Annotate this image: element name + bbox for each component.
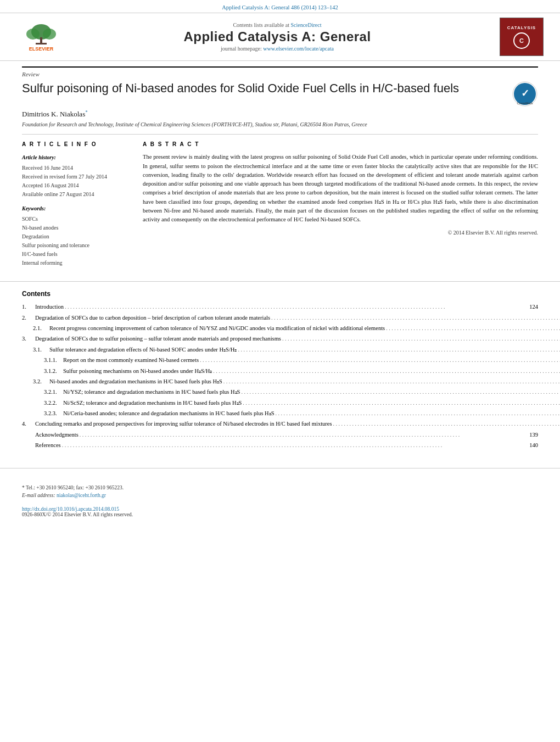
toc-title: Acknowledgments	[35, 430, 79, 440]
toc-item-1: 1. Introduction 124	[22, 302, 538, 313]
contents-available: Contents lists available at ScienceDirec…	[66, 22, 489, 28]
footnote: * Tel.: +30 2610 965240; fax: +30 2610 9…	[22, 485, 538, 490]
toc-num	[22, 430, 35, 440]
toc-content: Ni-based anodes and degradation mechanis…	[49, 377, 560, 387]
toc-num: 3.2.	[33, 377, 49, 387]
toc-dots	[243, 398, 560, 409]
journal-top-link[interactable]: Applied Catalysis A: General 486 (2014) …	[222, 4, 338, 10]
toc-title: Ni/ScSZ; tolerance and degradation mecha…	[63, 398, 242, 408]
toc-title: References	[35, 440, 61, 450]
toc-item-3-2-1: 3.2.1. Ni/YSZ; tolerance and degradation…	[22, 387, 538, 398]
keyword-6: Internal reforming	[22, 259, 132, 267]
journal-homepage: journal homepage: www.elsevier.com/locat…	[66, 46, 489, 52]
toc-content: Degradation of SOFCs due to carbon depos…	[35, 313, 560, 323]
toc-content: Degradation of SOFCs due to sulfur poiso…	[35, 334, 560, 344]
toc-content: Ni/Ceria-based anodes; tolerance and deg…	[63, 409, 560, 419]
toc-num: 2.1.	[33, 323, 49, 334]
article-type: Review	[22, 66, 538, 77]
toc-title: Degradation of SOFCs due to sulfur poiso…	[35, 334, 281, 344]
issn-line: 0926-860X/© 2014 Elsevier B.V. All right…	[22, 512, 538, 517]
keyword-2: Ni-based anodes	[22, 224, 132, 232]
toc-content: Recent progress concerning improvement o…	[49, 323, 560, 334]
toc-num: 1.	[22, 302, 35, 313]
toc-dots	[333, 419, 560, 429]
toc-dots	[213, 366, 560, 377]
elsevier-logo: ELSEVIER	[16, 22, 66, 52]
abstract-heading: A B S T R A C T	[143, 140, 538, 148]
contents-title: Contents	[22, 290, 538, 298]
toc-item-2-1: 2.1. Recent progress concerning improvem…	[22, 323, 538, 334]
toc-dots	[271, 313, 560, 323]
sciencedirect-link[interactable]: ScienceDirect	[290, 22, 321, 28]
toc-item-ref: References 140	[22, 440, 538, 451]
email-link[interactable]: niakolas@iceht.forth.gr	[57, 493, 106, 498]
toc-item-3-1: 3.1. Sulfur tolerance and degradation ef…	[22, 345, 538, 355]
email-line: E-mail address: niakolas@iceht.forth.gr	[22, 493, 538, 498]
footer-area: * Tel.: +30 2610 965240; fax: +30 2610 9…	[0, 468, 560, 523]
revised-date: Received in revised form 27 July 2014	[22, 172, 132, 181]
toc-content: Introduction 124	[35, 302, 538, 313]
abstract-text: The present review is mainly dealing wit…	[143, 153, 538, 224]
svg-text:ELSEVIER: ELSEVIER	[29, 46, 54, 52]
article-title: Sulfur poisoning of Ni-based anodes for …	[22, 81, 501, 97]
keywords-label: Keywords:	[22, 204, 132, 213]
article-title-row: Sulfur poisoning of Ni-based anodes for …	[22, 81, 538, 109]
toc-num: 3.2.3.	[44, 409, 63, 419]
toc-content: Ni/ScSZ; tolerance and degradation mecha…	[63, 398, 560, 409]
keyword-1: SOFCs	[22, 215, 132, 224]
toc-entry-row: 3.2. Ni-based anodes and degradation mec…	[33, 377, 538, 387]
toc-title: Ni/Ceria-based anodes; tolerance and deg…	[63, 409, 275, 419]
toc-dots	[80, 430, 518, 440]
section-divider	[0, 281, 560, 282]
homepage-link[interactable]: www.elsevier.com/locate/apcata	[263, 46, 334, 52]
toc-content: Sulfur poisoning mechanisms on Ni-based …	[63, 366, 560, 377]
toc-num: 4.	[22, 419, 35, 429]
catalysis-label: CATALYSIS	[507, 25, 536, 30]
toc-dots	[62, 440, 518, 451]
catalysis-circle: C	[513, 32, 530, 49]
toc-item-3-2-2: 3.2.2. Ni/ScSZ; tolerance and degradatio…	[22, 398, 538, 409]
keyword-4: Sulfur poisoning and tolerance	[22, 241, 132, 250]
toc-num: 3.2.1.	[44, 387, 63, 398]
toc-page: 139	[519, 430, 538, 440]
toc-num: 3.1.	[33, 345, 49, 355]
toc-page: 140	[519, 440, 538, 450]
toc-content: References 140	[35, 440, 538, 451]
toc-num	[22, 440, 35, 451]
toc-entry-row: 2.1. Recent progress concerning improvem…	[33, 323, 538, 334]
toc-entry-row: 3.1. Sulfur tolerance and degradation ef…	[33, 345, 538, 355]
affiliation: Foundation for Research and Technology, …	[22, 121, 538, 129]
author-name: Dimitrios K. Niakolas*	[22, 109, 538, 119]
journal-title-block: Contents lists available at ScienceDirec…	[66, 22, 489, 52]
svg-rect-4	[40, 37, 42, 43]
toc-title: Introduction	[35, 302, 64, 312]
crossmark-icon: ✓ CrossMark	[512, 81, 538, 107]
toc-dots	[276, 409, 560, 419]
toc-title: Concluding remarks and proposed perspect…	[35, 419, 332, 429]
toc-dots	[200, 355, 560, 366]
crossmark-container: ✓ CrossMark	[512, 81, 538, 109]
catalysis-logo: CATALYSIS C	[500, 18, 544, 56]
copyright: © 2014 Elsevier B.V. All rights reserved…	[143, 228, 538, 237]
toc-item-3-1-2: 3.1.2. Sulfur poisoning mechanisms on Ni…	[22, 366, 538, 377]
article-info-heading: A R T I C L E I N F O	[22, 140, 132, 149]
toc-entry-row: 3.1.1. Report on the most commonly exami…	[44, 355, 538, 366]
toc-title: Sulfur tolerance and degradation effects…	[49, 345, 237, 355]
accepted-date: Accepted 16 August 2014	[22, 181, 132, 190]
journal-top-bar: Applied Catalysis A: General 486 (2014) …	[0, 0, 560, 13]
toc-item-3: 3. Degradation of SOFCs due to sulfur po…	[22, 334, 538, 344]
svg-point-3	[43, 29, 56, 40]
toc-entry-row: 3.2.2. Ni/ScSZ; tolerance and degradatio…	[44, 398, 538, 409]
toc-entry-row: 3.1.2. Sulfur poisoning mechanisms on Ni…	[44, 366, 538, 377]
online-date: Available online 27 August 2014	[22, 190, 132, 199]
toc-content: Ni/YSZ; tolerance and degradation mechan…	[63, 387, 560, 398]
doi-link[interactable]: http://dx.doi.org/10.1016/j.apcata.2014.…	[22, 506, 119, 512]
svg-text:CrossMark: CrossMark	[517, 102, 533, 105]
toc-content: Report on the most commonly examined Ni-…	[63, 355, 560, 366]
toc-dots	[65, 302, 518, 313]
toc-item-3-1-1: 3.1.1. Report on the most commonly exami…	[22, 355, 538, 366]
toc-title: Degradation of SOFCs due to carbon depos…	[35, 313, 270, 323]
abstract-section: A B S T R A C T The present review is ma…	[143, 140, 538, 267]
toc-item-3-2-3: 3.2.3. Ni/Ceria-based anodes; tolerance …	[22, 409, 538, 419]
toc-item-ack: Acknowledgments 139	[22, 430, 538, 440]
